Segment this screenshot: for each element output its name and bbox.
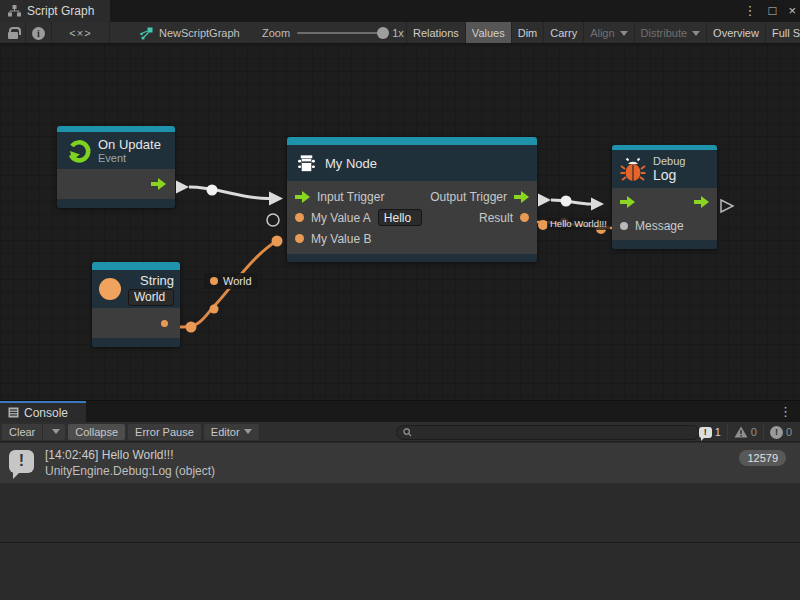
console-panel: Console ⋮ Clear Collapse Error Pause Edi… bbox=[0, 400, 800, 600]
console-log-list: ! [14:02:46] Hello World!!! UnityEngine.… bbox=[0, 442, 800, 542]
wire-mynode-to-debug bbox=[538, 194, 604, 211]
console-kebab-icon[interactable]: ⋮ bbox=[779, 401, 792, 422]
flow-input-port[interactable] bbox=[295, 191, 310, 203]
node-header: String bbox=[92, 270, 180, 308]
values-button[interactable]: Values bbox=[465, 22, 511, 44]
node-on-update[interactable]: On Update Event bbox=[57, 126, 175, 208]
toolbar-left-group: i <×> bbox=[0, 22, 110, 44]
error-circle-icon: ! bbox=[770, 426, 783, 439]
carry-button[interactable]: Carry bbox=[543, 22, 583, 44]
log-bubble-icon: ! bbox=[699, 427, 712, 438]
node-title-bar bbox=[287, 137, 537, 145]
dim-button[interactable]: Dim bbox=[511, 22, 544, 44]
zoom-value: 1x bbox=[392, 27, 404, 39]
unity-visual-scripting-window: Script Graph ⋮ □ × i <×> NewScriptGraph … bbox=[0, 0, 800, 600]
chevron-down-icon bbox=[244, 429, 252, 434]
bug-icon bbox=[620, 157, 646, 182]
info-icon: i bbox=[32, 27, 45, 40]
error-count-toggle[interactable]: ! 0 bbox=[763, 424, 798, 440]
tab-script-graph[interactable]: Script Graph bbox=[0, 0, 110, 22]
collapse-count-badge: 12579 bbox=[739, 450, 786, 466]
error-pause-toggle[interactable]: Error Pause bbox=[128, 424, 201, 440]
node-string[interactable]: String bbox=[92, 262, 180, 347]
log-entry-text: [14:02:46] Hello World!!! bbox=[45, 448, 215, 462]
string-output-port[interactable] bbox=[161, 320, 168, 327]
flow-output-port[interactable] bbox=[694, 196, 709, 208]
node-debug-log[interactable]: Debug Log Message bbox=[612, 145, 717, 249]
node-header: Debug Log bbox=[612, 150, 717, 188]
value-dot-icon bbox=[210, 277, 218, 285]
graph-canvas[interactable]: On Update Event bbox=[0, 45, 800, 400]
result-port[interactable] bbox=[520, 213, 529, 222]
flow-output-port[interactable] bbox=[151, 178, 166, 190]
port-row: Input Trigger Output Trigger bbox=[287, 186, 537, 207]
menu-kebab-icon[interactable]: ⋮ bbox=[744, 0, 757, 22]
wire-value-label-world: World bbox=[204, 273, 258, 289]
log-entry-row[interactable]: ! [14:02:46] Hello World!!! UnityEngine.… bbox=[0, 443, 800, 483]
warning-count-toggle[interactable]: 0 bbox=[727, 424, 763, 440]
node-title-bar bbox=[92, 262, 180, 270]
align-dropdown[interactable]: Align bbox=[583, 22, 633, 44]
node-footer bbox=[612, 240, 717, 249]
wire-onupdate-to-mynode bbox=[176, 181, 283, 206]
code-view-button[interactable]: <×> bbox=[52, 22, 110, 44]
tab-console[interactable]: Console bbox=[0, 401, 86, 422]
clear-button[interactable]: Clear bbox=[2, 424, 65, 440]
tab-title: Script Graph bbox=[27, 4, 94, 18]
node-header: On Update Event bbox=[57, 132, 175, 169]
node-header: My Node bbox=[287, 145, 537, 181]
log-entry-stacktrace: UnityEngine.Debug:Log (object) bbox=[45, 464, 215, 478]
node-footer bbox=[287, 254, 537, 262]
console-tab-label: Console bbox=[24, 406, 68, 420]
graph-toolbar: i <×> NewScriptGraph Zoom 1x Relations V… bbox=[0, 22, 800, 44]
node-footer bbox=[92, 338, 180, 347]
search-input[interactable] bbox=[416, 426, 693, 439]
input-trigger-label: Input Trigger bbox=[317, 190, 384, 204]
value-a-field[interactable] bbox=[378, 209, 422, 226]
zoom-control: Zoom 1x bbox=[262, 22, 404, 44]
flow-input-port[interactable] bbox=[620, 196, 635, 208]
node-my-node[interactable]: My Node Input Trigger Output Trigger bbox=[287, 137, 537, 262]
chevron-down-icon bbox=[52, 429, 60, 434]
message-port[interactable] bbox=[620, 222, 628, 230]
error-count: 0 bbox=[786, 426, 792, 438]
lock-icon bbox=[8, 32, 18, 39]
maximize-icon[interactable]: □ bbox=[769, 0, 777, 22]
close-icon[interactable]: × bbox=[788, 0, 796, 22]
console-search[interactable] bbox=[396, 425, 700, 440]
message-label: Message bbox=[635, 219, 684, 233]
string-value-field[interactable] bbox=[128, 289, 174, 306]
warning-count: 0 bbox=[751, 426, 757, 438]
value-a-port[interactable] bbox=[295, 213, 304, 222]
script-graph-asset-icon bbox=[140, 27, 153, 40]
zoom-slider[interactable] bbox=[297, 32, 385, 34]
zoom-label: Zoom bbox=[262, 27, 290, 39]
port-row: My Value A Result bbox=[287, 207, 537, 228]
console-list-icon bbox=[8, 407, 19, 418]
value-b-label: My Value B bbox=[311, 232, 371, 246]
port-row bbox=[612, 190, 717, 214]
zoom-slider-handle[interactable] bbox=[377, 27, 389, 39]
log-count-toggle[interactable]: ! 1 bbox=[693, 424, 727, 440]
clear-dropdown[interactable] bbox=[42, 424, 65, 440]
collapse-toggle[interactable]: Collapse bbox=[68, 424, 125, 440]
console-counters: ! 1 0 ! 0 bbox=[693, 424, 798, 440]
string-literal-icon bbox=[99, 278, 121, 300]
graph-reference[interactable]: NewScriptGraph bbox=[132, 22, 240, 44]
lock-button[interactable] bbox=[0, 22, 26, 44]
editor-dropdown[interactable]: Editor bbox=[204, 424, 259, 440]
distribute-dropdown[interactable]: Distribute bbox=[634, 22, 706, 44]
value-a-label: My Value A bbox=[311, 211, 371, 225]
graph-hierarchy-icon bbox=[8, 5, 21, 17]
console-detail-pane[interactable] bbox=[0, 542, 800, 600]
full-screen-button[interactable]: Full S bbox=[765, 22, 800, 44]
overview-button[interactable]: Overview bbox=[706, 22, 765, 44]
node-footer bbox=[57, 199, 175, 208]
value-b-port[interactable] bbox=[295, 234, 304, 243]
relations-button[interactable]: Relations bbox=[406, 22, 465, 44]
window-tab-bar: Script Graph ⋮ □ × bbox=[0, 0, 800, 22]
info-button[interactable]: i bbox=[26, 22, 52, 44]
node-body: Message bbox=[612, 188, 717, 240]
code-icon: <×> bbox=[69, 27, 91, 39]
flow-output-port[interactable] bbox=[514, 191, 529, 203]
